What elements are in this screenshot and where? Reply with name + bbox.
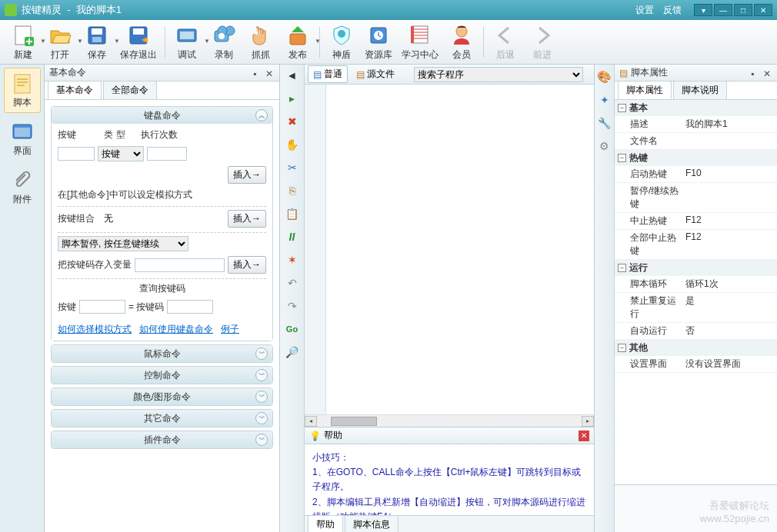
query-code-input[interactable] [167,300,213,314]
count-input[interactable] [147,147,187,161]
member-button[interactable]: 会员 [443,22,480,63]
minimize-button[interactable]: — [714,4,732,16]
command-panel-header: 基本命令 ▪ ✕ [45,65,279,81]
wand-icon[interactable]: ✦ [596,92,613,108]
svg-point-12 [218,33,225,39]
back-button[interactable]: 后退 [487,22,524,63]
prop-row[interactable]: 启动热键F10 [615,166,777,183]
rail-ui[interactable]: 界面 [4,116,41,161]
prop-row[interactable]: 禁止重复运行是 [615,293,777,323]
shield-button[interactable]: 神盾 [323,22,360,63]
resource-button[interactable]: 资源库 [360,22,397,63]
help-close-button[interactable]: ✕ [579,431,589,441]
pause-select[interactable]: 脚本暂停, 按任意键继续 [58,236,188,251]
view-source-button[interactable]: ▤ 源文件 [351,65,400,83]
group-other[interactable]: −其他 [615,340,777,356]
insert-var-button[interactable]: 插入→ [228,256,266,274]
find-icon[interactable]: 🔎 [284,344,301,360]
gear-icon[interactable]: ⚙ [596,138,613,154]
close-button[interactable]: ✕ [754,4,772,16]
open-button[interactable]: 打开▼ [42,22,78,63]
expand-icon: ︾ [255,391,268,403]
new-button[interactable]: 新建▼ [5,22,42,63]
prop-row[interactable]: 暂停/继续热键 [615,183,777,213]
group-basic[interactable]: −基本 [615,100,777,116]
copy-icon[interactable]: ⎘ [284,183,301,198]
delete-icon[interactable]: ✖ [284,114,301,129]
settings-link[interactable]: 设置 [635,4,654,17]
new-icon [11,23,35,48]
chevron-down-icon[interactable]: ▼ [315,38,321,45]
rail-attach[interactable]: 附件 [4,165,41,210]
keyboard-section-header[interactable]: 键盘命令 ︽ [52,107,272,124]
pointer-icon[interactable]: ◄ [284,68,301,83]
tab-script-attr[interactable]: 脚本属性 [618,81,672,99]
insert-key-button[interactable]: 插入→ [228,166,266,184]
grab-button[interactable]: 抓抓 [242,22,279,63]
search-subroutine-select[interactable]: 搜索子程序 [414,67,583,82]
prop-row[interactable]: 全部中止热键F12 [615,230,777,260]
other-section[interactable]: 其它命令︾ [51,409,273,427]
group-hotkey[interactable]: −热键 [615,150,777,166]
prop-row[interactable]: 脚本循环循环1次 [615,276,777,293]
goto-icon[interactable]: Go [284,321,301,337]
key-input[interactable] [58,147,95,161]
debug-button[interactable]: 调试▼ [168,22,205,63]
tab-all-commands[interactable]: 全部命令 [103,81,157,99]
prop-row[interactable]: 自动运行否 [615,323,777,340]
record-button[interactable]: 录制 [205,22,242,63]
tab-script-desc[interactable]: 脚本说明 [673,81,727,99]
source-icon: ▤ [356,69,365,80]
save-exit-button[interactable]: 保存退出 [115,22,162,63]
prop-row[interactable]: 中止热键F12 [615,213,777,230]
mouse-section[interactable]: 鼠标命令︾ [51,344,273,363]
redo-icon[interactable]: ↷ [284,298,301,314]
feedback-link[interactable]: 反馈 [663,4,682,17]
link-sim-mode[interactable]: 如何选择模拟方式 [58,323,132,336]
rail-script[interactable]: 脚本 [4,68,41,113]
prop-row[interactable]: 设置界面没有设置界面 [615,356,777,373]
var-input[interactable] [135,258,225,272]
svg-rect-13 [290,34,305,45]
learn-button[interactable]: 学习中心 [397,22,443,63]
link-example[interactable]: 例子 [221,323,239,336]
forward-button[interactable]: 前进 [524,22,561,63]
link-keyboard-cmd[interactable]: 如何使用键盘命令 [139,323,213,336]
pin-icon[interactable]: ▪ [253,68,262,78]
control-section[interactable]: 控制命令︾ [51,366,273,384]
maximize-button[interactable]: □ [734,4,752,16]
check-icon[interactable]: ✶ [284,252,301,268]
type-select[interactable]: 按键 [98,146,144,161]
undo-icon[interactable]: ↶ [284,275,301,291]
color-section[interactable]: 颜色/图形命令︾ [51,387,273,406]
close-icon[interactable]: ✕ [265,68,275,78]
expand-icon: ︾ [255,347,268,360]
play-icon[interactable]: ▸ [284,91,301,106]
tab-help[interactable]: 帮助 [308,516,343,532]
close-icon[interactable]: ✕ [763,68,772,78]
indent-icon[interactable]: II [284,229,301,244]
cut-icon[interactable]: ✂ [284,160,301,175]
paste-icon[interactable]: 📋 [284,206,301,221]
svg-point-19 [456,26,467,37]
hand-icon[interactable]: ✋ [284,137,301,152]
palette-icon[interactable]: 🎨 [596,69,613,85]
publish-button[interactable]: 发布▼ [279,22,316,63]
line-gutter [305,85,326,414]
code-editor[interactable] [305,85,594,414]
prop-row[interactable]: 文件名 [615,133,777,150]
wrench-icon[interactable]: 🔧 [596,115,613,131]
note-text: 在[其他命令]中可以设定模拟方式 [58,188,192,201]
extra-window-button[interactable]: ▾ [694,4,712,16]
insert-combo-button[interactable]: 插入→ [228,210,266,228]
save-button[interactable]: 保存▼ [78,22,115,63]
view-normal-button[interactable]: ▤ 普通 [308,65,348,83]
tab-basic-commands[interactable]: 基本命令 [48,81,102,99]
pin-icon[interactable]: ▪ [751,68,760,78]
prop-row[interactable]: 描述我的脚本1 [615,116,777,133]
plugin-section[interactable]: 插件命令︾ [51,431,273,449]
group-run[interactable]: −运行 [615,260,777,276]
query-key-input[interactable] [79,300,125,314]
horizontal-scrollbar[interactable]: ◂▸ [305,414,594,427]
tab-script-info[interactable]: 脚本信息 [345,516,399,532]
